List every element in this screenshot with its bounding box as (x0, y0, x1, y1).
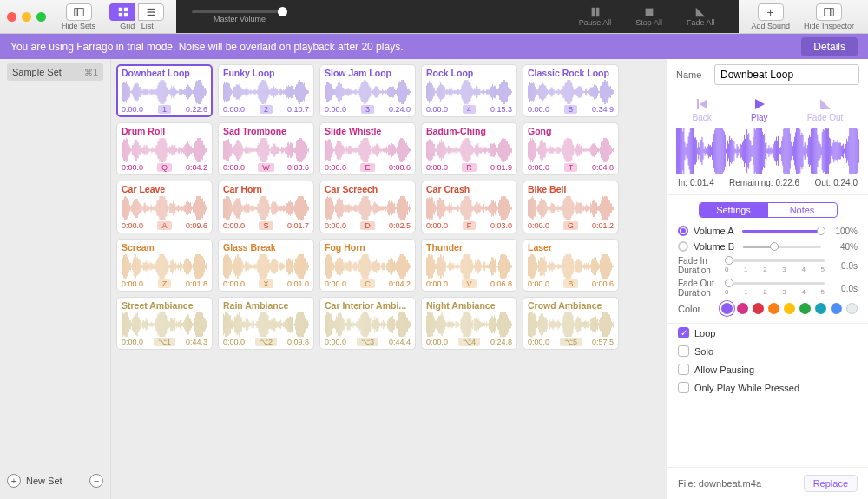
sound-tile[interactable]: Car Leave 0:00.0 A 0:09.6 (116, 181, 213, 233)
loop-checkbox[interactable]: ✓ (678, 327, 689, 338)
color-swatch[interactable] (737, 303, 748, 314)
svg-rect-511 (610, 86, 611, 98)
svg-rect-2633 (780, 147, 781, 155)
sound-tile[interactable]: Car Crash 0:00.0 F 0:03.0 (421, 181, 517, 233)
color-swatch[interactable] (753, 303, 764, 314)
svg-rect-111 (204, 88, 205, 95)
color-swatch[interactable] (846, 303, 858, 314)
svg-rect-642 (247, 148, 247, 154)
replace-button[interactable]: Replace (804, 475, 858, 492)
svg-rect-1715 (325, 259, 326, 275)
svg-rect-2037 (141, 319, 141, 329)
svg-rect-1776 (377, 262, 378, 270)
color-swatch[interactable] (768, 303, 779, 314)
sound-tile[interactable]: Drum Roll 0:00.0 Q 0:04.2 (116, 122, 213, 175)
sound-tile[interactable]: Car Interior Ambi... 0:00.0 ⌥3 0:44.4 (319, 297, 416, 350)
sound-tile[interactable]: Scream 0:00.0 Z 0:01.8 (116, 239, 213, 292)
back-button[interactable]: Back (693, 97, 712, 122)
allow-pausing-checkbox[interactable] (678, 364, 689, 375)
sound-tile[interactable]: Downbeat Loop 0:00.0 1 0:22.6 (116, 64, 213, 117)
svg-rect-1168 (268, 204, 269, 213)
svg-rect-1270 (372, 205, 372, 212)
fade-out-slider[interactable]: 012345 (725, 279, 825, 298)
master-volume-slider[interactable] (192, 10, 287, 13)
waveform-preview[interactable] (676, 128, 859, 174)
details-button[interactable]: Details (801, 37, 858, 56)
svg-rect-1388 (489, 205, 490, 212)
svg-rect-345 (452, 90, 453, 95)
color-swatch[interactable] (831, 303, 842, 314)
fade-all-button[interactable]: Fade All (687, 6, 715, 27)
svg-rect-799 (397, 147, 398, 154)
sound-tile[interactable]: Bike Bell 0:00.0 G 0:01.2 (523, 181, 619, 233)
svg-rect-374 (477, 86, 477, 98)
remove-set-button[interactable]: − (89, 474, 103, 488)
new-set-button[interactable]: + (7, 474, 21, 488)
pause-all-button[interactable]: Pause All (579, 6, 612, 27)
svg-rect-1945 (554, 263, 555, 270)
play-button[interactable]: Play (751, 97, 767, 122)
svg-rect-2648 (794, 137, 795, 165)
sound-tile[interactable]: Funky Loop 0:00.0 2 0:10.7 (218, 64, 314, 117)
set-shortcut: ⌘1 (84, 68, 98, 77)
color-swatch[interactable] (815, 303, 826, 314)
close-window[interactable] (7, 12, 16, 22)
color-swatch[interactable] (721, 303, 733, 314)
svg-rect-1665 (266, 254, 267, 279)
color-swatch[interactable] (784, 303, 795, 314)
sound-tile[interactable]: Street Ambiance 0:00.0 ⌥1 0:44.3 (116, 297, 213, 350)
svg-rect-246 (352, 91, 352, 94)
tab-notes[interactable]: Notes (768, 203, 837, 217)
set-row[interactable]: Sample Set ⌘1 (7, 63, 103, 81)
color-swatch[interactable] (799, 303, 811, 314)
fade-in-value: 0.0s (830, 261, 858, 271)
sound-tile[interactable]: Car Horn 0:00.0 S 0:01.7 (218, 181, 314, 233)
svg-rect-1984 (587, 264, 588, 268)
sound-tile[interactable]: Rain Ambiance 0:00.0 ⌥2 0:09.8 (218, 297, 314, 350)
sound-tile[interactable]: Badum-Ching 0:00.0 R 0:01.9 (421, 122, 517, 175)
sound-tile[interactable]: Crowd Ambiance 0:00.0 ⌥5 0:57.5 (523, 297, 619, 350)
sound-tile[interactable]: Night Ambiance 0:00.0 ⌥4 0:24.8 (421, 297, 517, 350)
hide-sets-button[interactable] (66, 3, 92, 21)
svg-rect-2294 (392, 316, 393, 333)
fade-out-button[interactable]: Fade Out (807, 97, 844, 122)
svg-rect-1701 (297, 258, 298, 276)
sound-tile[interactable]: Gong 0:00.0 T 0:04.8 (523, 122, 619, 175)
sound-tile[interactable]: Glass Break 0:00.0 X 0:01.0 (218, 239, 314, 292)
sound-tile[interactable]: Slide Whistle 0:00.0 E 0:00.6 (319, 122, 416, 175)
tab-settings[interactable]: Settings (700, 203, 768, 217)
grid-view-button[interactable] (109, 3, 135, 21)
sound-tile[interactable]: Fog Horn 0:00.0 C 0:04.2 (319, 239, 416, 292)
add-sound-button[interactable]: + (758, 3, 784, 21)
volume-b-slider[interactable] (743, 246, 821, 248)
list-view-button[interactable] (138, 3, 164, 21)
name-input[interactable] (714, 64, 859, 85)
only-pressed-checkbox[interactable] (678, 382, 689, 393)
sound-tile[interactable]: Sad Trombone 0:00.0 W 0:03.6 (218, 122, 314, 175)
volume-a-slider[interactable] (742, 230, 821, 233)
hide-inspector-button[interactable] (816, 3, 842, 21)
svg-rect-196 (293, 89, 293, 95)
volume-b-radio[interactable] (678, 241, 688, 252)
sound-tile[interactable]: Classic Rock Loop 0:00.0 5 0:34.9 (523, 64, 619, 117)
stop-all-button[interactable]: Stop All (635, 6, 662, 27)
sound-tile[interactable]: Slow Jam Loop 0:00.0 3 0:24.0 (319, 64, 416, 117)
sound-tile[interactable]: Laser 0:00.0 B 0:00.6 (523, 239, 619, 292)
fade-in-slider[interactable]: 012345 (725, 256, 825, 275)
sound-tile[interactable]: Rock Loop 0:00.0 4 0:15.3 (421, 64, 517, 117)
svg-rect-165 (266, 82, 267, 102)
sound-tile[interactable]: Car Screech 0:00.0 D 0:02.5 (319, 181, 416, 233)
svg-rect-258 (362, 82, 363, 102)
svg-rect-1722 (331, 256, 332, 277)
zoom-window[interactable] (36, 12, 46, 22)
svg-rect-1991 (593, 259, 594, 274)
svg-rect-1794 (392, 259, 393, 272)
svg-rect-26 (131, 91, 132, 93)
sound-tile[interactable]: Thunder 0:00.0 V 0:06.8 (421, 239, 517, 292)
svg-rect-491 (593, 87, 594, 97)
volume-a-radio[interactable] (678, 226, 688, 236)
svg-rect-812 (408, 147, 409, 153)
minimize-window[interactable] (22, 12, 31, 22)
solo-checkbox[interactable] (678, 345, 689, 357)
svg-rect-1925 (536, 262, 537, 270)
